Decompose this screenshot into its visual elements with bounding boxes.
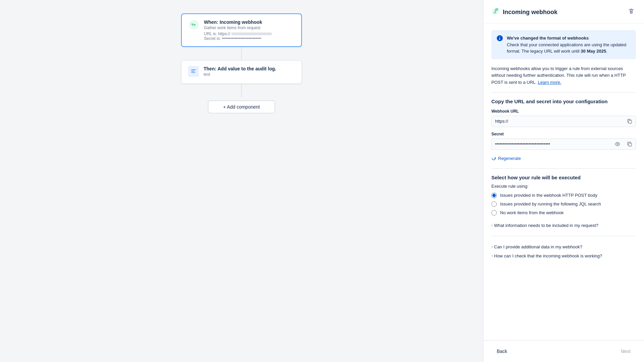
svg-point-11 [617,143,618,145]
radio-input-3[interactable] [491,210,497,216]
secret-input-wrapper [491,138,636,150]
webhook-card-subtitle: Gather work items from request [204,25,294,30]
panel-title: Incoming webhook [503,9,557,16]
accordion-label-3: How can I check that the incoming webhoo… [494,253,602,258]
info-banner-date-suffix: . [606,49,607,54]
radio-label-3: No work items from the webhook [500,210,564,215]
divider-1 [491,92,636,93]
right-panel: Incoming webhook We've changed the forma… [483,0,644,362]
connector-line-2 [241,84,242,97]
webhook-url-label: Webhook URL [491,109,636,114]
svg-text:↬: ↬ [191,22,196,27]
add-component-button[interactable]: + Add component [208,101,275,113]
radio-label-1: Issues provided in the webhook HTTP POST… [500,193,597,198]
panel-header: Incoming webhook [483,0,644,23]
audit-card-content: Then: Add value to the audit log. test [204,66,295,78]
info-banner-text: We've changed the format of webhooks Che… [507,35,631,55]
radio-option-2[interactable]: Issues provided by running the following… [491,201,636,207]
regenerate-button[interactable]: Regenerate [491,155,521,162]
divider-2 [491,168,636,169]
delete-button[interactable] [627,7,636,18]
audit-card-subtitle: test [204,72,295,77]
secret-copy-button[interactable] [624,139,636,149]
secret-label: Secret [491,132,636,136]
accordion-item-3[interactable]: › How can I check that the incoming webh… [491,251,636,260]
accordion-item-2[interactable]: › Can I provide additional data in my we… [491,242,636,251]
copy-section-title: Copy the URL and secret into your config… [491,99,636,104]
radio-option-1[interactable]: Issues provided in the webhook HTTP POST… [491,193,636,198]
webhook-card-title: When: Incoming webhook [204,19,294,25]
url-prefix: URL is: https:// [204,32,230,36]
svg-rect-9 [499,37,500,37]
panel-footer: Back Next [483,340,644,362]
url-bar [231,33,272,35]
accordion-item-1[interactable]: › What information needs to be included … [491,221,636,230]
radio-option-3[interactable]: No work items from the webhook [491,210,636,216]
info-icon [497,35,503,55]
chevron-right-icon-2: › [491,244,493,249]
learn-more-link[interactable]: Learn more. [538,80,561,85]
webhook-card-secret: Secret is: •••••••••••••••••••••••••••• [204,36,294,41]
svg-rect-10 [629,120,632,123]
audit-card-title: Then: Add value to the audit log. [204,66,295,71]
back-button[interactable]: Back [491,346,513,357]
next-button[interactable]: Next [615,346,636,357]
panel-body: We've changed the format of webhooks Che… [483,23,644,340]
radio-label-2: Issues provided by running the following… [500,201,601,206]
workflow-nodes: ↬ When: Incoming webhook Gather work ite… [181,13,302,113]
radio-group: Issues provided in the webhook HTTP POST… [491,193,636,216]
regenerate-icon [491,156,496,161]
webhook-card[interactable]: ↬ When: Incoming webhook Gather work ite… [181,13,302,47]
info-banner-title: We've changed the format of webhooks [507,36,589,41]
regenerate-label: Regenerate [498,156,521,161]
webhook-url-copy-button[interactable] [624,116,636,127]
info-banner-body: Check that your connected applications a… [507,42,626,54]
panel-header-left: Incoming webhook [491,7,557,17]
accordion-label-2: Can I provide additional data in my webh… [494,244,582,249]
connector-line [241,47,242,60]
secret-input[interactable] [492,139,611,149]
webhook-card-content: When: Incoming webhook Gather work items… [204,19,294,41]
audit-card[interactable]: Then: Add value to the audit log. test [181,60,302,84]
divider-3 [491,236,636,236]
radio-input-1[interactable] [491,193,497,198]
workflow-canvas: ↬ When: Incoming webhook Gather work ite… [0,0,483,362]
chevron-right-icon-1: › [491,223,493,228]
secret-reveal-button[interactable] [611,139,624,149]
webhook-card-url: URL is: https:// [204,32,294,36]
svg-rect-12 [629,143,632,146]
execute-label: Execute rule using: [491,184,636,189]
panel-webhook-icon [491,7,499,17]
svg-rect-5 [191,72,195,73]
accordion-label-1: What information needs to be included in… [494,223,598,228]
svg-rect-3 [191,69,196,70]
webhook-url-input-wrapper [491,116,636,127]
radio-input-2[interactable] [491,201,497,207]
webhook-card-icon: ↬ [189,19,199,30]
audit-card-icon [188,66,199,77]
description-text: Incoming webhooks allow you to trigger a… [491,65,636,86]
info-banner-date: 30 May 2025 [581,49,606,54]
svg-rect-4 [191,71,195,71]
webhook-url-input[interactable] [492,116,624,126]
info-banner: We've changed the format of webhooks Che… [491,30,636,59]
chevron-right-icon-3: › [491,253,493,258]
execute-section-title: Select how your rule will be executed [491,175,636,180]
svg-rect-8 [499,38,500,40]
